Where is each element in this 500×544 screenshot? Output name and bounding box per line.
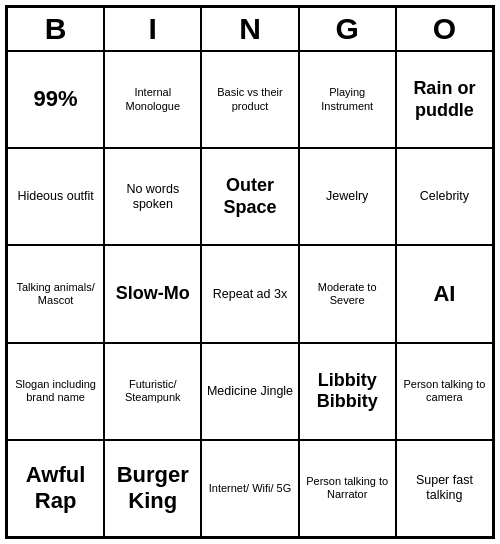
cell-22[interactable]: Internet/ Wifi/ 5G bbox=[201, 440, 298, 537]
cell-6[interactable]: No words spoken bbox=[104, 148, 201, 245]
cell-12[interactable]: Repeat ad 3x bbox=[201, 245, 298, 342]
cell-10[interactable]: Talking animals/ Mascot bbox=[7, 245, 104, 342]
cell-18[interactable]: Libbity Bibbity bbox=[299, 343, 396, 440]
cell-13[interactable]: Moderate to Severe bbox=[299, 245, 396, 342]
header-o: O bbox=[396, 7, 493, 51]
header-g: G bbox=[299, 7, 396, 51]
cell-20[interactable]: Awful Rap bbox=[7, 440, 104, 537]
cell-1[interactable]: Internal Monologue bbox=[104, 51, 201, 148]
cell-16[interactable]: Futuristic/ Steampunk bbox=[104, 343, 201, 440]
cell-0[interactable]: 99% bbox=[7, 51, 104, 148]
header-b: B bbox=[7, 7, 104, 51]
header-n: N bbox=[201, 7, 298, 51]
cell-17[interactable]: Medicine Jingle bbox=[201, 343, 298, 440]
cell-21[interactable]: Burger King bbox=[104, 440, 201, 537]
cell-4[interactable]: Rain or puddle bbox=[396, 51, 493, 148]
cell-23[interactable]: Person talking to Narrator bbox=[299, 440, 396, 537]
cell-11[interactable]: Slow-Mo bbox=[104, 245, 201, 342]
cell-3[interactable]: Playing Instrument bbox=[299, 51, 396, 148]
cell-14[interactable]: AI bbox=[396, 245, 493, 342]
cell-15[interactable]: Slogan including brand name bbox=[7, 343, 104, 440]
bingo-card: B I N G O 99% Internal Monologue Basic v… bbox=[5, 5, 495, 539]
cell-5[interactable]: Hideous outfit bbox=[7, 148, 104, 245]
header-i: I bbox=[104, 7, 201, 51]
cell-9[interactable]: Celebrity bbox=[396, 148, 493, 245]
cell-19[interactable]: Person talking to camera bbox=[396, 343, 493, 440]
cell-2[interactable]: Basic vs their product bbox=[201, 51, 298, 148]
cell-8[interactable]: Jewelry bbox=[299, 148, 396, 245]
cell-7[interactable]: Outer Space bbox=[201, 148, 298, 245]
cell-24[interactable]: Super fast talking bbox=[396, 440, 493, 537]
